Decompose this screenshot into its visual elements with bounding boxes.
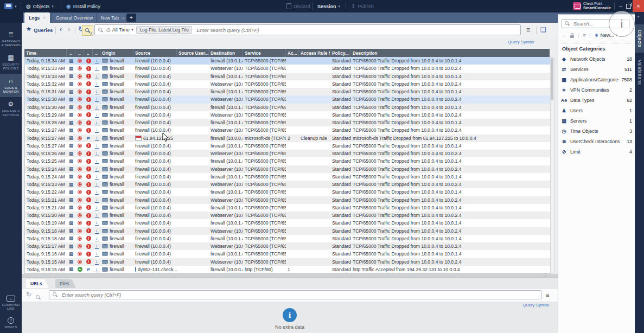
column-header-icon[interactable]: ..	[84, 49, 92, 57]
table-row[interactable]: Today, 9:15:34 AM▦!↓firewallfirewall (10…	[25, 57, 550, 65]
collapse-chevrons-icon[interactable]: »	[637, 14, 639, 19]
column-header-destination[interactable]: Destination	[208, 49, 243, 57]
column-header-icon[interactable]: ..	[66, 49, 75, 57]
column-header-ac[interactable]: Ac...	[285, 49, 298, 57]
table-row[interactable]: Today, 9:15:16 AM▦!↓firewallfirewall (10…	[25, 250, 550, 258]
column-header-description[interactable]: Description	[350, 49, 550, 57]
restore-button[interactable]	[624, 0, 633, 12]
table-row[interactable]: Today, 9:15:15 AM▦!↓firewallfirewall (10…	[25, 258, 550, 266]
table-row[interactable]: Today, 9:15:28 AM▦!↓firewallfirewall (10…	[25, 119, 550, 126]
table-row[interactable]: Today, 9:15:23 AM▦!↓firewallfirewall (10…	[25, 181, 550, 188]
column-header-time[interactable]: Time	[24, 49, 66, 57]
side-tab-objects[interactable]: Objects	[635, 24, 644, 53]
tab-new-tab[interactable]: New Tab ×	[96, 12, 130, 23]
table-row[interactable]: Today, 9:15:21 AM▦!↓firewallfirewall (10…	[25, 196, 550, 204]
category-applications-categories[interactable]: ▦Applications/Categories7508	[560, 74, 633, 85]
table-row[interactable]: Today, 9:15:15 AM▦+⇄↓firewalldyn52-131.c…	[25, 266, 550, 273]
tab-urls[interactable]: URLs	[26, 279, 49, 288]
table-row[interactable]: Today, 9:15:24 AM▦!↓firewallfirewall (10…	[25, 165, 550, 173]
category-time-objects[interactable]: ◷Time Objects3	[560, 126, 633, 136]
grid-options-icon[interactable]: ≡	[526, 26, 530, 34]
objects-menu-button[interactable]: ◍ Objects ▾	[26, 0, 54, 12]
column-header-service[interactable]: Service	[243, 49, 285, 57]
column-header-policy[interactable]: Policy...	[330, 49, 350, 57]
bottom-search-field[interactable]	[49, 290, 541, 299]
table-row[interactable]: Today, 9:15:21 AM▦!↓firewallfirewall (10…	[25, 204, 550, 212]
table-row[interactable]: Today, 9:15:24 AM▦!↓firewallfirewall (10…	[25, 173, 550, 181]
queries-star-icon[interactable]: ★	[26, 25, 31, 33]
time-filter-dropdown[interactable]: ◷ All Time ▾	[106, 27, 133, 33]
alert-icon: !	[86, 151, 91, 156]
search-input[interactable]	[195, 27, 517, 34]
table-row[interactable]: Today, 9:15:30 AM▦!↓firewallfirewall (10…	[25, 104, 550, 111]
log-file-chip[interactable]: Log File: Latest Log File	[136, 26, 192, 34]
publish-button[interactable]: ↥ Publish	[351, 0, 374, 12]
new-tab-button[interactable]: +	[126, 14, 136, 22]
sidebar-item-gateways-servers[interactable]: ≣ GATEWAYS & SERVERS	[0, 27, 22, 50]
category-servers[interactable]: ▤Servers1	[560, 116, 633, 126]
table-row[interactable]: Today, 9:15:22 AM▦!↓firewallfirewall (10…	[25, 188, 550, 196]
table-row[interactable]: Today, 9:15:32 AM▦!↓firewallfirewall (10…	[25, 80, 550, 88]
grid-options-icon[interactable]: ≡	[546, 292, 549, 298]
tab-close-icon[interactable]: ×	[43, 15, 46, 20]
auto-refresh-search-button[interactable]: A	[82, 25, 93, 36]
sidebar-item-manage-settings[interactable]: ⚙ MANAGE & SETTINGS	[0, 97, 22, 120]
query-syntax-link[interactable]: Query Syntax	[508, 40, 534, 44]
query-syntax-link[interactable]: Query Syntax	[523, 303, 549, 308]
queries-button[interactable]: Queries	[34, 27, 53, 33]
table-row[interactable]: Today, 9:15:31 AM▦!↓firewallfirewall (10…	[25, 88, 550, 95]
forward-chevron-icon[interactable]: ›	[68, 25, 70, 33]
category-usercheck-interactions[interactable]: ⊗UserCheck Interactions13	[560, 136, 633, 146]
log-search-field[interactable]: ◷ All Time ▾ Log File: Latest Log File	[94, 24, 521, 35]
table-row[interactable]: Today, 9:15:30 AM▦!↓firewallfirewall (10…	[25, 95, 550, 103]
bottom-search-input[interactable]	[61, 292, 538, 298]
category-data-types[interactable]: AeData Types62	[560, 95, 633, 105]
table-row[interactable]: Today, 9:15:27 AM▦!↓firewallfirewall (10…	[25, 126, 550, 134]
scrollbar-thumb[interactable]	[551, 58, 553, 100]
table-row[interactable]: Today, 9:15:27 AM▦!↓firewallfirewall (10…	[25, 142, 550, 150]
tab-close-icon[interactable]: ×	[122, 16, 125, 21]
category-network-objects[interactable]: ◈Network Objects18	[560, 54, 633, 64]
side-tab-validations[interactable]: Validations	[635, 55, 644, 89]
tab-logs[interactable]: Logs ×	[24, 12, 50, 23]
close-button[interactable]: ×	[633, 0, 644, 12]
column-header-icon[interactable]: ..	[92, 49, 100, 57]
table-row[interactable]: Today, 9:15:18 AM▦!↓firewallfirewall (10…	[25, 227, 550, 235]
table-row[interactable]: Today, 9:15:17 AM▦!↓firewallfirewall (10…	[25, 242, 550, 250]
table-row[interactable]: Today, 9:15:29 AM▦!↓firewallfirewall (10…	[25, 111, 550, 119]
table-row[interactable]: Today, 9:15:26 AM▦!↓firewallfirewall (10…	[25, 150, 550, 157]
install-policy-button[interactable]: ◉ Install Policy	[66, 0, 100, 12]
column-header-accessrulen[interactable]: Access Rule N...	[298, 49, 330, 57]
tab-files[interactable]: Files	[55, 279, 76, 288]
category-users[interactable]: ♟Users1	[560, 105, 633, 116]
table-row[interactable]: Today, 9:15:33 AM▦!↓firewallfirewall (10…	[25, 65, 550, 72]
sidebar-item-logs-monitor[interactable]: ∩ LOGS & MONITOR	[0, 74, 22, 97]
table-row[interactable]: Today, 9:15:20 AM▦!↓firewallfirewall (10…	[25, 212, 550, 219]
column-header-sourceuser[interactable]: Source User...	[176, 49, 208, 57]
category-limit[interactable]: ⊘Limit4	[560, 146, 633, 157]
column-header-origin[interactable]: Origin	[100, 49, 133, 57]
table-row[interactable]: Today, 9:15:18 AM▦!↓firewallfirewall (10…	[25, 235, 550, 242]
refresh-icon[interactable]: ↻	[26, 291, 31, 298]
log-flag-cell: !	[84, 228, 93, 233]
sidebar-item-command-line[interactable]: ›_ COMMAND LINE	[0, 292, 22, 314]
back-chevron-icon[interactable]: ‹	[60, 25, 62, 33]
open-in-window-icon[interactable]: ❏	[540, 26, 546, 34]
app-menu-button[interactable]: ▾	[4, 0, 17, 12]
sidebar-item-whats-new[interactable]: ? WHAT'S	[0, 314, 22, 332]
sidebar-item-security-policies[interactable]: ▦ SECURITY POLICIES	[0, 50, 22, 74]
table-row[interactable]: Today, 9:15:25 AM▦!↓firewallfirewall (10…	[25, 157, 550, 165]
table-row[interactable]: Today, 9:15:19 AM▦!↓firewallfirewall (10…	[25, 219, 550, 227]
category-services[interactable]: ⇄Services511	[560, 64, 633, 74]
session-menu-button[interactable]: Session ▾	[317, 0, 340, 12]
vertical-scrollbar[interactable]	[550, 57, 554, 273]
table-row[interactable]: Today, 9:15:27 AM▦⇄↓firewall61.94.127.22…	[25, 135, 550, 142]
discard-button[interactable]: Discard	[286, 0, 310, 12]
back-arrow-icon[interactable]: ←	[562, 33, 566, 38]
category-vpn-communities[interactable]: ∗VPN Communities2	[560, 85, 633, 95]
column-header-source[interactable]: Source	[133, 49, 176, 57]
table-row[interactable]: Today, 9:15:33 AM▦!↓firewallfirewall (10…	[25, 73, 550, 80]
list-view-icon[interactable]: ≡	[583, 33, 585, 38]
column-header-icon[interactable]: ..	[75, 49, 84, 57]
lock-icon[interactable]	[570, 35, 574, 38]
